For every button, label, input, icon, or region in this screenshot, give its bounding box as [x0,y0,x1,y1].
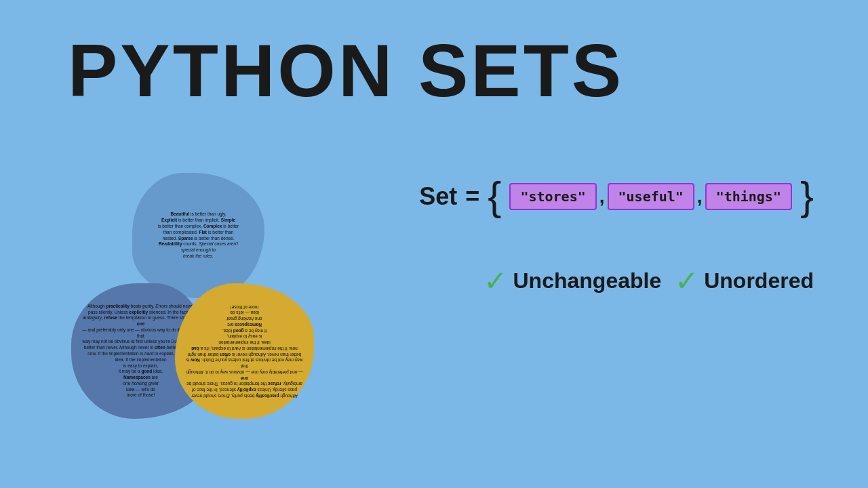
feature-unchangeable-label: Unchangeable [513,268,661,293]
feature-unchangeable: ✓ Unchangeable [484,264,661,298]
set-item-1: "stores" [509,183,596,210]
set-item-3: "things" [705,183,792,210]
checkmark-unordered-icon: ✓ [675,264,698,298]
set-equals-sign: = [465,182,479,211]
checkmark-unchangeable-icon: ✓ [484,264,507,298]
set-item-2: "useful" [608,183,694,210]
page-title: PYTHON SETS [68,27,624,113]
set-keyword: Set [419,182,457,211]
set-open-brace: { [488,176,501,217]
set-comma-2: , [697,186,703,207]
set-display: Set = { "stores" , "useful" , "things" } [419,176,814,217]
venn-text-right: Although practicality beats purity. Erro… [175,293,314,409]
set-items: "stores" , "useful" , "things" [509,183,792,210]
venn-blob-top: Beautiful is better than ugly. Explicit … [132,173,264,298]
feature-unordered: ✓ Unordered [675,264,814,298]
features-row: ✓ Unchangeable ✓ Unordered [484,264,814,298]
set-comma-1: , [599,186,605,207]
feature-unordered-label: Unordered [704,268,814,293]
set-close-brace: } [800,176,814,217]
venn-diagram: Beautiful is better than ugly. Explicit … [54,169,353,454]
venn-blob-right: Although practicality beats purity. Erro… [175,283,314,419]
venn-text-top: Beautiful is better than ugly. Explicit … [148,201,250,269]
